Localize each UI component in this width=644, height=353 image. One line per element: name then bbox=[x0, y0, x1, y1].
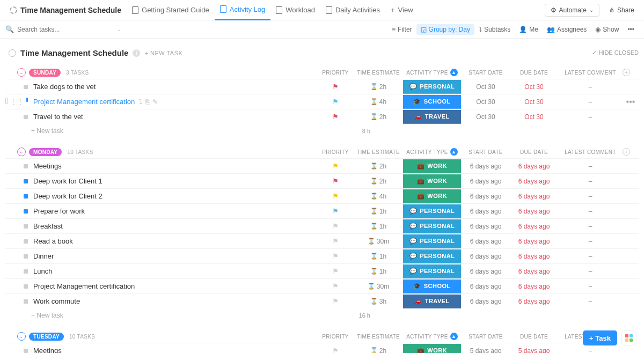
due-date-cell[interactable]: 6 days ago bbox=[510, 193, 558, 200]
due-date-cell[interactable]: 6 days ago bbox=[510, 163, 558, 170]
start-date-cell[interactable]: 6 days ago bbox=[462, 298, 510, 305]
task-row[interactable]: Meetings⚑⌛2h💼WORK5 days ago5 days ago– bbox=[5, 343, 639, 353]
add-column-button[interactable]: + bbox=[623, 69, 639, 76]
comment-cell[interactable]: – bbox=[558, 223, 623, 230]
status-square-icon[interactable] bbox=[24, 284, 28, 289]
comment-cell[interactable]: – bbox=[558, 253, 623, 260]
comment-cell[interactable]: – bbox=[558, 178, 623, 185]
tab--view[interactable]: +View bbox=[385, 0, 419, 20]
status-square-icon[interactable] bbox=[26, 98, 28, 102]
estimate-cell[interactable]: ⌛2h bbox=[354, 178, 402, 185]
estimate-cell[interactable]: ⌛2h bbox=[354, 163, 402, 170]
priority-cell[interactable]: ⚑ bbox=[317, 162, 354, 170]
task-name[interactable]: Read a book bbox=[31, 237, 317, 245]
task-row[interactable]: Take dogs to the vet⚑⌛2h💬PERSONALOct 30O… bbox=[5, 79, 639, 94]
task-name[interactable]: Lunch bbox=[31, 267, 317, 275]
comment-cell[interactable]: – bbox=[558, 208, 623, 215]
start-date-cell[interactable]: Oct 30 bbox=[462, 113, 510, 121]
comment-cell[interactable]: – bbox=[558, 113, 623, 121]
task-name[interactable]: Travel to the vet bbox=[31, 113, 317, 121]
activity-cell[interactable]: 💬PERSONAL bbox=[402, 249, 462, 263]
comment-cell[interactable]: – bbox=[558, 347, 623, 354]
status-square-icon[interactable] bbox=[24, 349, 28, 353]
more-option[interactable]: ••• bbox=[623, 24, 639, 35]
priority-cell[interactable]: ⚑ bbox=[317, 83, 354, 91]
priority-cell[interactable]: ⚑ bbox=[317, 237, 354, 245]
due-date-cell[interactable]: 6 days ago bbox=[510, 253, 558, 260]
hide-closed-button[interactable]: ✓ HIDE CLOSED bbox=[592, 49, 639, 56]
new-task-row-button[interactable]: + New task bbox=[31, 127, 63, 135]
assignees-option[interactable]: 👥Assignees bbox=[543, 24, 591, 35]
add-column-button[interactable]: + bbox=[623, 148, 639, 156]
comment-cell[interactable]: – bbox=[558, 298, 623, 305]
task-row[interactable]: Project Management certification⚑⌛30m🎓SC… bbox=[5, 278, 639, 293]
group-badge[interactable]: MONDAY bbox=[29, 148, 62, 156]
status-square-icon[interactable] bbox=[24, 299, 28, 304]
priority-cell[interactable]: ⚑ bbox=[317, 207, 354, 215]
start-date-cell[interactable]: 5 days ago bbox=[462, 347, 510, 354]
activity-cell[interactable]: 💼WORK bbox=[402, 159, 462, 173]
group-badge[interactable]: TUESDAY bbox=[29, 333, 64, 341]
tab-daily-activities[interactable]: Daily Activities bbox=[320, 0, 385, 20]
status-square-icon[interactable] bbox=[24, 239, 28, 244]
start-date-cell[interactable]: Oct 30 bbox=[462, 98, 510, 106]
link-icon[interactable]: ⎘ bbox=[145, 98, 149, 106]
task-name[interactable]: Deep work for Client 2 bbox=[31, 192, 317, 200]
estimate-cell[interactable]: ⌛4h bbox=[354, 193, 402, 200]
checkbox-icon[interactable] bbox=[5, 98, 8, 104]
subtask-icon[interactable]: ⤵ bbox=[139, 98, 142, 106]
estimate-cell[interactable]: ⌛1h bbox=[354, 208, 402, 215]
activity-cell[interactable]: 💬PERSONAL bbox=[402, 80, 462, 94]
activity-cell[interactable]: 💼WORK bbox=[402, 344, 462, 354]
subtasks-option[interactable]: ⤵Subtasks bbox=[474, 24, 515, 35]
activity-cell[interactable]: 🎓SCHOOL bbox=[402, 280, 462, 293]
estimate-cell[interactable]: ⌛30m bbox=[354, 283, 402, 290]
comment-cell[interactable]: – bbox=[558, 238, 623, 245]
priority-cell[interactable]: ⚑ bbox=[317, 252, 354, 260]
comment-cell[interactable]: – bbox=[558, 98, 623, 106]
due-date-cell[interactable]: Oct 30 bbox=[510, 113, 558, 121]
me-option[interactable]: 👤Me bbox=[515, 24, 543, 35]
status-square-icon[interactable] bbox=[24, 179, 28, 183]
estimate-cell[interactable]: ⌛1h bbox=[354, 268, 402, 275]
collapse-icon[interactable]: ⌄ bbox=[17, 332, 26, 341]
comment-cell[interactable]: – bbox=[558, 268, 623, 275]
task-name[interactable]: Dinner bbox=[31, 252, 317, 260]
activity-cell[interactable]: 🎓SCHOOL bbox=[402, 95, 462, 109]
start-date-cell[interactable]: 6 days ago bbox=[462, 223, 510, 230]
apps-fab[interactable] bbox=[621, 330, 636, 345]
task-name[interactable]: Prepare for work bbox=[31, 207, 317, 215]
comment-cell[interactable]: – bbox=[558, 163, 623, 170]
search-input[interactable] bbox=[17, 26, 82, 33]
start-date-cell[interactable]: Oct 30 bbox=[462, 83, 510, 91]
due-date-cell[interactable]: 6 days ago bbox=[510, 208, 558, 215]
activity-cell[interactable]: 💼WORK bbox=[402, 174, 462, 188]
estimate-cell[interactable]: ⌛1h bbox=[354, 253, 402, 260]
start-date-cell[interactable]: 6 days ago bbox=[462, 283, 510, 290]
priority-cell[interactable]: ⚑ bbox=[317, 113, 354, 121]
estimate-cell[interactable]: ⌛4h bbox=[354, 98, 402, 106]
task-row[interactable]: Breakfast⚑⌛1h💬PERSONAL6 days ago6 days a… bbox=[5, 218, 639, 233]
share-button[interactable]: ⋔ Share bbox=[604, 4, 640, 16]
estimate-cell[interactable]: ⌛2h bbox=[354, 347, 402, 354]
comment-cell[interactable]: – bbox=[558, 193, 623, 200]
activity-cell[interactable]: 🚗TRAVEL bbox=[402, 295, 462, 308]
automate-button[interactable]: ⚙ Automate ⌄ bbox=[545, 4, 599, 17]
task-row[interactable]: Read a book⚑⌛30m💬PERSONAL6 days ago6 day… bbox=[5, 233, 639, 248]
due-date-cell[interactable]: 5 days ago bbox=[510, 347, 558, 354]
drag-icon[interactable]: ⋮⋮ bbox=[10, 98, 24, 106]
status-square-icon[interactable] bbox=[24, 194, 28, 198]
priority-cell[interactable]: ⚑ bbox=[317, 282, 354, 290]
comment-cell[interactable]: – bbox=[558, 83, 623, 91]
edit-icon[interactable]: ✎ bbox=[152, 98, 158, 106]
activity-cell[interactable]: 💬PERSONAL bbox=[402, 219, 462, 233]
start-date-cell[interactable]: 6 days ago bbox=[462, 268, 510, 275]
task-row[interactable]: Meetings⚑⌛2h💼WORK6 days ago6 days ago– bbox=[5, 158, 639, 173]
task-name[interactable]: Meetings bbox=[31, 162, 317, 170]
due-date-cell[interactable]: 6 days ago bbox=[510, 238, 558, 245]
groupby-option[interactable]: ◲Group by: Day bbox=[416, 24, 474, 35]
due-date-cell[interactable]: 6 days ago bbox=[510, 283, 558, 290]
tab-workload[interactable]: Workload bbox=[270, 0, 320, 20]
task-name[interactable]: Project Management certification⤵⎘✎ bbox=[31, 98, 317, 106]
priority-cell[interactable]: ⚑ bbox=[317, 222, 354, 230]
